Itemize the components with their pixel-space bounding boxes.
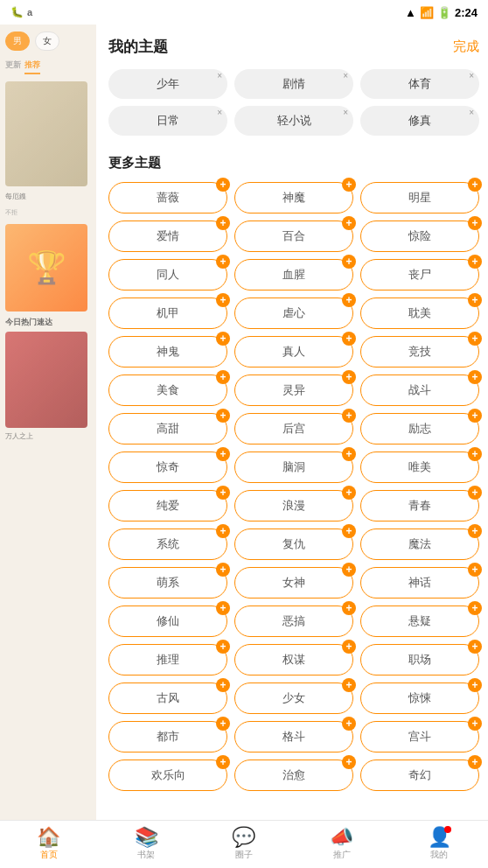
- more-theme-tag[interactable]: 都市+: [108, 721, 227, 752]
- book-label-1: 每厄鏶: [5, 192, 91, 201]
- left-background: 男 女 更新 推荐 每厄鏶 不拒 🏆 今日热门速达 万人之上: [0, 24, 96, 820]
- more-theme-tag[interactable]: 同人+: [108, 259, 227, 290]
- more-theme-tag[interactable]: 魔法+: [360, 528, 479, 560]
- book-label-2: 万人之上: [5, 431, 91, 441]
- more-theme-tag[interactable]: 女神+: [234, 567, 353, 598]
- more-theme-tag[interactable]: 萌系+: [108, 567, 227, 598]
- more-theme-tag[interactable]: 蔷薇+: [108, 182, 227, 214]
- more-theme-tag[interactable]: 耽美+: [360, 298, 479, 329]
- more-theme-tag[interactable]: 权谋+: [234, 644, 353, 676]
- more-theme-tag[interactable]: 后宫+: [234, 413, 353, 444]
- nav-item-圈子[interactable]: 💬圈子: [195, 821, 293, 868]
- more-theme-tag[interactable]: 机甲+: [108, 298, 227, 329]
- more-theme-tag[interactable]: 百合+: [234, 220, 353, 252]
- more-theme-tag[interactable]: 丧尸+: [360, 259, 479, 290]
- nav-item-首页[interactable]: 🏠首页: [0, 821, 98, 868]
- book-cover-1: [5, 81, 87, 186]
- more-theme-tag[interactable]: 恶搞+: [234, 606, 353, 637]
- more-theme-tag[interactable]: 古风+: [108, 682, 227, 714]
- more-theme-tag[interactable]: 少女+: [234, 682, 353, 714]
- carrier-icon: a: [27, 7, 32, 18]
- nav-item-推广[interactable]: 📣推广: [293, 821, 391, 868]
- my-theme-tag[interactable]: 少年: [108, 69, 227, 99]
- nav-item-书架[interactable]: 📚书架: [98, 821, 196, 868]
- main-panel: 我的主题 完成 少年剧情体育日常轻小说修真 更多主题 蔷薇+神魔+明星+爱情+百…: [96, 24, 488, 820]
- more-theme-tag[interactable]: 神话+: [360, 567, 479, 598]
- book-cover-2: [5, 332, 87, 428]
- my-theme-tag[interactable]: 修真: [360, 106, 479, 136]
- more-theme-tag[interactable]: 真人+: [234, 336, 353, 368]
- more-theme-tag[interactable]: 惊奇+: [108, 452, 227, 483]
- nav-label-推广: 推广: [333, 849, 351, 861]
- app-icon: 🐛: [10, 6, 24, 18]
- more-theme-tag[interactable]: 虐心+: [234, 298, 353, 329]
- more-theme-tag[interactable]: 格斗+: [234, 721, 353, 752]
- my-theme-tag[interactable]: 日常: [108, 106, 227, 136]
- nav-label-圈子: 圈子: [235, 849, 253, 861]
- more-theme-tag[interactable]: 浪漫+: [234, 490, 353, 522]
- wifi-icon: ▲: [405, 6, 416, 19]
- nav-icon-推广: 📣: [330, 828, 353, 847]
- more-theme-tag[interactable]: 惊悚+: [360, 682, 479, 714]
- nav-icon-首页: 🏠: [37, 828, 60, 847]
- more-themes-title: 更多主题: [108, 155, 479, 172]
- tab-update[interactable]: 更新: [5, 60, 21, 74]
- more-theme-tag[interactable]: 系统+: [108, 528, 227, 560]
- nav-item-我的[interactable]: 👤我的: [390, 821, 488, 868]
- more-theme-tag[interactable]: 灵异+: [234, 374, 353, 406]
- my-theme-tag[interactable]: 体育: [360, 69, 479, 99]
- nav-label-我的: 我的: [430, 849, 448, 861]
- more-theme-tag[interactable]: 爱情+: [108, 220, 227, 252]
- more-theme-tag[interactable]: 宫斗+: [360, 721, 479, 752]
- my-theme-tag[interactable]: 轻小说: [234, 106, 353, 136]
- book-desc-1: 不拒: [5, 208, 91, 217]
- status-bar-left: 🐛 a: [10, 6, 32, 18]
- more-theme-tag[interactable]: 奇幻+: [360, 760, 479, 791]
- status-bar: 🐛 a ▲ 📶 🔋 2:24: [0, 0, 488, 24]
- battery-icon: 🔋: [437, 6, 451, 19]
- more-theme-tag[interactable]: 高甜+: [108, 413, 227, 444]
- more-themes-grid: 蔷薇+神魔+明星+爱情+百合+惊险+同人+血腥+丧尸+机甲+虐心+耽美+神鬼+真…: [108, 182, 479, 791]
- more-theme-tag[interactable]: 神魔+: [234, 182, 353, 214]
- more-theme-tag[interactable]: 美食+: [108, 374, 227, 406]
- more-theme-tag[interactable]: 推理+: [108, 644, 227, 676]
- status-bar-right: ▲ 📶 🔋 2:24: [405, 6, 478, 19]
- more-theme-tag[interactable]: 悬疑+: [360, 606, 479, 637]
- more-theme-tag[interactable]: 脑洞+: [234, 452, 353, 483]
- more-theme-tag[interactable]: 复仇+: [234, 528, 353, 560]
- more-theme-tag[interactable]: 职场+: [360, 644, 479, 676]
- gender-toggle[interactable]: 男: [5, 32, 30, 51]
- more-theme-tag[interactable]: 血腥+: [234, 259, 353, 290]
- more-theme-tag[interactable]: 青春+: [360, 490, 479, 522]
- more-theme-tag[interactable]: 治愈+: [234, 760, 353, 791]
- more-theme-tag[interactable]: 明星+: [360, 182, 479, 214]
- nav-icon-书架: 📚: [135, 828, 158, 847]
- nav-label-首页: 首页: [40, 849, 58, 861]
- signal-icon: 📶: [420, 6, 434, 19]
- my-themes-grid: 少年剧情体育日常轻小说修真: [108, 69, 479, 136]
- more-theme-tag[interactable]: 战斗+: [360, 374, 479, 406]
- more-theme-tag[interactable]: 竞技+: [360, 336, 479, 368]
- panel-header: 我的主题 完成: [108, 37, 479, 57]
- more-theme-tag[interactable]: 励志+: [360, 413, 479, 444]
- nav-label-书架: 书架: [137, 849, 155, 861]
- more-theme-tag[interactable]: 欢乐向+: [108, 760, 227, 791]
- trophy-icon: 🏆: [27, 249, 66, 286]
- trophy-card: 🏆: [5, 224, 87, 312]
- more-theme-tag[interactable]: 纯爱+: [108, 490, 227, 522]
- tab-recommend[interactable]: 推荐: [24, 60, 40, 74]
- more-theme-tag[interactable]: 惊险+: [360, 220, 479, 252]
- more-theme-tag[interactable]: 神鬼+: [108, 336, 227, 368]
- gender-toggle-female[interactable]: 女: [35, 32, 59, 51]
- nav-icon-圈子: 💬: [232, 828, 255, 847]
- my-theme-tag[interactable]: 剧情: [234, 69, 353, 99]
- bottom-nav: 🏠首页📚书架💬圈子📣推广👤我的: [0, 820, 488, 868]
- more-theme-tag[interactable]: 唯美+: [360, 452, 479, 483]
- panel-title: 我的主题: [108, 37, 168, 57]
- time-display: 2:24: [455, 6, 478, 19]
- today-label: 今日热门速达: [5, 317, 91, 328]
- more-theme-tag[interactable]: 修仙+: [108, 606, 227, 637]
- complete-button[interactable]: 完成: [453, 38, 479, 55]
